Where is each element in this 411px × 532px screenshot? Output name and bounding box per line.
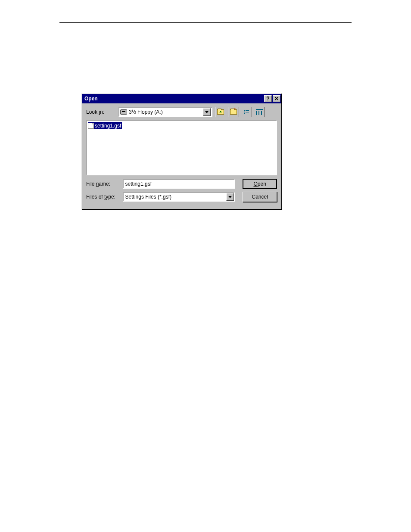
toolbar: *	[215, 107, 265, 117]
up-one-level-icon	[217, 109, 224, 115]
filename-row: File name: setting1.gsf Open	[86, 179, 277, 189]
page-content: Open ? ✕ Look in: 3	[0, 0, 411, 369]
details-view-button[interactable]	[254, 107, 265, 117]
filename-label: File name:	[86, 181, 123, 187]
top-divider	[59, 22, 352, 23]
chevron-down-icon	[205, 111, 209, 113]
look-in-dropdown[interactable]: 3½ Floppy (A:)	[118, 107, 212, 117]
cancel-button[interactable]: Cancel	[243, 192, 277, 202]
filename-value: setting1.gsf	[125, 181, 152, 187]
dialog-title: Open	[84, 96, 263, 102]
bottom-rows: File name: setting1.gsf Open Files of ty…	[86, 179, 277, 202]
dialog-wrapper: Open ? ✕ Look in: 3	[81, 93, 352, 209]
dialog-body: Look in: 3½ Floppy (A:)	[82, 103, 281, 209]
close-button[interactable]: ✕	[273, 95, 280, 102]
open-dialog: Open ? ✕ Look in: 3	[81, 93, 282, 209]
up-one-level-button[interactable]	[215, 107, 226, 117]
look-in-dropdown-button[interactable]	[203, 108, 211, 116]
chevron-down-icon	[228, 196, 232, 198]
filetype-row: Files of type: Settings Files (*.gsf) Ca…	[86, 192, 277, 202]
bottom-divider	[59, 369, 352, 369]
list-view-icon	[244, 110, 249, 114]
filetype-value: Settings Files (*.gsf)	[125, 194, 171, 200]
list-view-button[interactable]	[241, 107, 252, 117]
help-button[interactable]: ?	[264, 95, 272, 102]
document-icon	[88, 123, 94, 129]
floppy-drive-icon	[120, 109, 127, 115]
filetype-label: Files of type:	[86, 194, 123, 200]
titlebar-buttons: ? ✕	[263, 95, 280, 102]
file-item[interactable]: setting1.gsf	[88, 122, 122, 129]
filetype-dropdown[interactable]: Settings Files (*.gsf)	[123, 192, 235, 202]
look-in-label: Look in:	[86, 109, 118, 115]
open-button[interactable]: Open	[243, 179, 277, 189]
create-new-folder-button[interactable]: *	[228, 107, 239, 117]
file-list[interactable]: setting1.gsf	[86, 120, 277, 175]
details-view-icon	[256, 109, 263, 115]
titlebar[interactable]: Open ? ✕	[82, 94, 281, 103]
look-in-value: 3½ Floppy (A:)	[129, 109, 163, 115]
help-icon: ?	[266, 96, 269, 102]
create-new-folder-icon: *	[230, 109, 237, 115]
look-in-row: Look in: 3½ Floppy (A:)	[86, 107, 277, 117]
close-icon: ✕	[274, 96, 279, 102]
file-item-label: setting1.gsf	[95, 123, 121, 129]
bottom-divider-wrap	[59, 369, 352, 369]
filetype-dropdown-button[interactable]	[226, 193, 234, 201]
filename-input[interactable]: setting1.gsf	[123, 179, 235, 189]
